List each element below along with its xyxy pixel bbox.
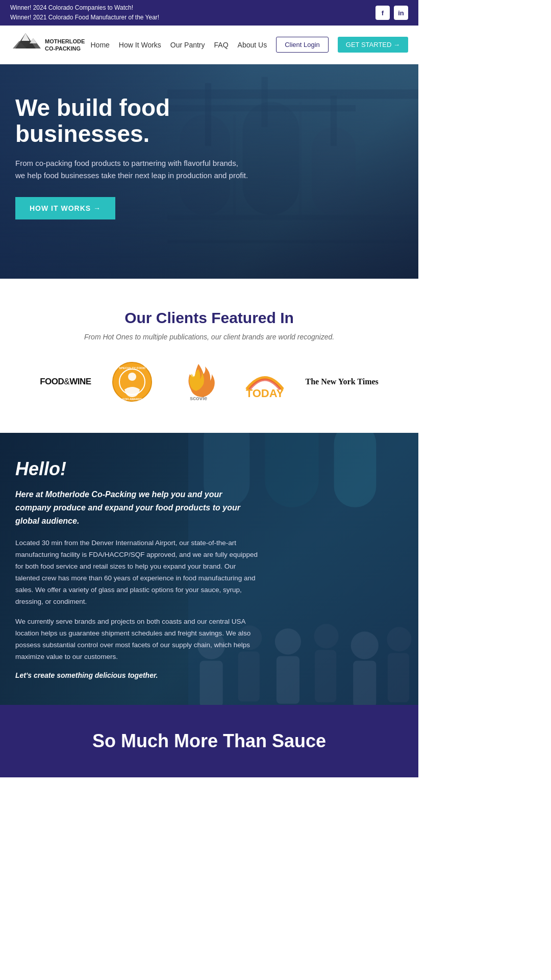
svg-point-20	[128, 373, 136, 381]
award-line2: Winner! 2021 Colorado Food Manufacturer …	[10, 13, 159, 22]
hello-section: Hello! Here at Motherlode Co-Packing we …	[0, 433, 418, 704]
logo-name: MOTHERLODE	[45, 38, 85, 45]
specialty-food-logo: SPECIALTY FOOD SOFI AWARDS	[107, 361, 158, 402]
scovie-logo: scovie AWARDS	[173, 361, 224, 402]
hello-intro: Here at Motherlode Co-Packing we help yo…	[15, 488, 260, 527]
nav-about-us[interactable]: About Us	[238, 41, 267, 49]
social-icons: f in	[375, 6, 408, 20]
more-section: So Much More Than Sauce	[0, 705, 418, 777]
today-svg: TODAY	[242, 364, 288, 400]
more-title: So Much More Than Sauce	[10, 730, 408, 752]
hello-content: Hello! Here at Motherlode Co-Packing we …	[15, 458, 260, 679]
nav-faq[interactable]: FAQ	[214, 41, 229, 49]
how-it-works-cta-button[interactable]: HOW IT WORKS →	[15, 197, 115, 219]
hero-section: We build food businesses. From co-packin…	[0, 64, 418, 279]
hello-body2: We currently serve brands and projects o…	[15, 616, 260, 663]
facebook-icon[interactable]: f	[375, 6, 390, 20]
logo-tagline: CO-PACKING	[45, 45, 85, 52]
svg-rect-28	[265, 433, 318, 507]
nav-our-pantry[interactable]: Our Pantry	[170, 41, 205, 49]
svg-marker-3	[21, 33, 30, 41]
nyt-text: The New York Times	[306, 377, 379, 386]
logo[interactable]: MOTHERLODE CO-PACKING	[10, 31, 85, 59]
svg-rect-35	[277, 656, 299, 704]
svg-point-36	[314, 624, 339, 649]
client-logos-row: FOOD&WINE SPECIALTY FOOD SOFI AWARDS sco…	[10, 361, 408, 402]
client-login-button[interactable]: Client Login	[276, 37, 329, 53]
food-wine-text: FOOD&WINE	[40, 377, 91, 387]
hero-subtitle: From co-packing food products to partner…	[15, 157, 250, 182]
nyt-logo: The New York Times	[306, 377, 379, 386]
top-bar: Winner! 2024 Colorado Companies to Watch…	[0, 0, 418, 26]
main-nav: Home How It Works Our Pantry FAQ About U…	[91, 37, 409, 53]
linkedin-icon[interactable]: in	[394, 6, 408, 20]
svg-point-38	[351, 632, 379, 659]
hero-content: We build food businesses. From co-packin…	[0, 64, 265, 234]
svg-text:scovie: scovie	[189, 395, 207, 401]
food-wine-logo: FOOD&WINE	[40, 377, 91, 387]
hello-cta: Let's create something delicious togethe…	[15, 671, 260, 679]
svg-text:SOFI AWARDS: SOFI AWARDS	[122, 398, 142, 401]
get-started-button[interactable]: GET STARTED →	[338, 37, 408, 53]
hero-title: We build food businesses.	[15, 95, 250, 146]
nav-how-it-works[interactable]: How It Works	[119, 41, 161, 49]
svg-rect-37	[315, 650, 336, 702]
hello-title: Hello!	[15, 458, 260, 480]
svg-rect-29	[334, 433, 377, 507]
today-logo: TODAY	[239, 364, 290, 400]
specialty-badge-svg: SPECIALTY FOOD SOFI AWARDS	[112, 361, 153, 402]
svg-text:TODAY: TODAY	[245, 387, 284, 400]
clients-subtitle: From Hot Ones to multiple publications, …	[10, 333, 408, 341]
svg-rect-41	[388, 653, 409, 702]
logo-mountain-svg	[10, 31, 41, 59]
clients-title: Our Clients Featured In	[10, 309, 408, 327]
hello-body1: Located 30 min from the Denver Internati…	[15, 537, 260, 608]
svg-point-34	[275, 629, 301, 655]
svg-point-40	[387, 627, 411, 652]
scovie-svg: scovie AWARDS	[176, 361, 221, 402]
header: MOTHERLODE CO-PACKING Home How It Works …	[0, 26, 418, 64]
top-bar-text: Winner! 2024 Colorado Companies to Watch…	[10, 3, 159, 22]
svg-text:SPECIALTY FOOD: SPECIALTY FOOD	[118, 366, 145, 370]
clients-section: Our Clients Featured In From Hot Ones to…	[0, 279, 418, 433]
award-line1: Winner! 2024 Colorado Companies to Watch…	[10, 3, 159, 13]
svg-marker-4	[30, 38, 37, 43]
nav-home[interactable]: Home	[91, 41, 110, 49]
svg-rect-39	[353, 661, 376, 705]
